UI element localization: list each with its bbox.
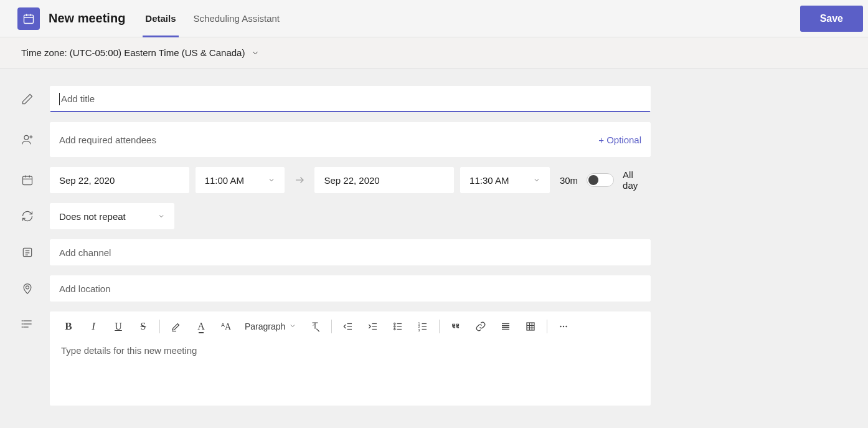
pencil-icon xyxy=(21,93,50,105)
highlight-button[interactable] xyxy=(164,314,189,339)
svg-point-20 xyxy=(22,321,22,321)
location-icon xyxy=(21,282,50,295)
channel-input[interactable]: Add channel xyxy=(50,239,651,265)
row-attendees: Add required attendees + Optional xyxy=(21,117,651,162)
toolbar-separator xyxy=(159,320,160,333)
all-day-toggle[interactable] xyxy=(587,173,614,187)
location-input[interactable]: Add location xyxy=(50,275,651,302)
timezone-prefix: Time zone: xyxy=(21,47,67,58)
svg-text:3: 3 xyxy=(418,328,420,332)
all-day-label: All day xyxy=(623,169,651,191)
toolbar-separator xyxy=(547,320,547,333)
quote-button[interactable] xyxy=(443,314,468,339)
horizontal-rule-button[interactable] xyxy=(493,314,518,339)
row-description: B I U S A ᴬA Paragraph xyxy=(21,307,651,411)
row-title: Add title xyxy=(21,81,651,117)
chevron-down-icon xyxy=(158,211,165,222)
attendees-placeholder: Add required attendees xyxy=(59,135,156,145)
end-date-input[interactable]: Sep 22, 2020 xyxy=(314,167,454,193)
start-time-input[interactable]: 11:00 AM xyxy=(196,167,285,193)
svg-rect-7 xyxy=(23,176,32,184)
font-color-button[interactable]: A xyxy=(189,314,214,339)
end-time-input[interactable]: 11:30 AM xyxy=(460,167,550,193)
duration-label: 30m xyxy=(560,175,578,186)
calendar-app-icon xyxy=(17,7,40,30)
toggle-knob xyxy=(588,175,598,185)
svg-rect-48 xyxy=(527,323,534,330)
font-size-button[interactable]: ᴬA xyxy=(214,314,238,339)
tab-details[interactable]: Details xyxy=(136,0,184,37)
timezone-value: (UTC-05:00) Eastern Time (US & Canada) xyxy=(70,47,245,58)
svg-point-22 xyxy=(22,327,22,328)
numbered-list-button[interactable]: 123 xyxy=(410,314,435,339)
meeting-form: Add title Add required attendees + Optio… xyxy=(0,69,651,411)
link-button[interactable] xyxy=(468,314,493,339)
svg-point-21 xyxy=(22,324,22,325)
chevron-down-icon xyxy=(533,175,540,186)
toolbar-separator xyxy=(439,320,440,333)
text-cursor xyxy=(59,93,60,105)
location-placeholder: Add location xyxy=(59,283,111,294)
svg-rect-0 xyxy=(24,15,34,23)
svg-point-54 xyxy=(563,326,564,327)
paragraph-label: Paragraph xyxy=(245,321,285,331)
arrow-right-icon xyxy=(291,174,308,186)
description-placeholder: Type details for this new meeting xyxy=(61,345,197,356)
chevron-down-icon xyxy=(289,321,296,331)
svg-point-4 xyxy=(24,135,29,140)
page-title: New meeting xyxy=(49,11,125,26)
people-add-icon xyxy=(21,133,50,146)
chevron-down-icon xyxy=(251,49,260,57)
header-tabs: Details Scheduling Assistant xyxy=(136,0,288,37)
description-textarea[interactable]: Type details for this new meeting xyxy=(50,341,651,406)
title-placeholder: Add title xyxy=(61,93,95,104)
svg-line-24 xyxy=(317,329,320,332)
italic-button[interactable]: I xyxy=(81,314,106,339)
svg-point-34 xyxy=(394,328,395,330)
row-location: Add location xyxy=(21,270,651,307)
channel-placeholder: Add channel xyxy=(59,247,111,258)
table-button[interactable] xyxy=(518,314,543,339)
channel-icon xyxy=(21,246,50,259)
outdent-button[interactable] xyxy=(336,314,361,339)
start-date-value: Sep 22, 2020 xyxy=(59,175,115,186)
clear-formatting-button[interactable] xyxy=(303,314,328,339)
bullet-list-button[interactable] xyxy=(385,314,410,339)
end-time-value: 11:30 AM xyxy=(469,175,509,186)
strikethrough-button[interactable]: S xyxy=(131,314,156,339)
repeat-icon xyxy=(21,210,50,222)
row-datetime: Sep 22, 2020 11:00 AM Sep 22, 2020 11:30… xyxy=(21,162,651,198)
svg-point-16 xyxy=(26,286,29,289)
editor-toolbar: B I U S A ᴬA Paragraph xyxy=(50,311,651,341)
paragraph-style-select[interactable]: Paragraph xyxy=(238,314,303,339)
save-button[interactable]: Save xyxy=(800,6,863,32)
optional-attendees-link[interactable]: + Optional xyxy=(598,135,641,145)
more-options-button[interactable] xyxy=(551,314,576,339)
svg-point-53 xyxy=(560,326,562,327)
timezone-selector[interactable]: Time zone: (UTC-05:00) Eastern Time (US … xyxy=(0,37,868,69)
underline-button[interactable]: U xyxy=(106,314,131,339)
start-date-input[interactable]: Sep 22, 2020 xyxy=(50,167,189,193)
svg-line-25 xyxy=(313,324,315,326)
header-bar: New meeting Details Scheduling Assistant… xyxy=(0,0,868,37)
description-editor: B I U S A ᴬA Paragraph xyxy=(50,311,651,406)
repeat-value: Does not repeat xyxy=(59,211,126,222)
chevron-down-icon xyxy=(268,175,275,186)
end-date-value: Sep 22, 2020 xyxy=(324,175,379,186)
repeat-select[interactable]: Does not repeat xyxy=(50,203,174,229)
attendees-input[interactable]: Add required attendees + Optional xyxy=(50,122,651,157)
tab-scheduling-assistant[interactable]: Scheduling Assistant xyxy=(185,0,288,37)
calendar-icon xyxy=(21,174,50,186)
bold-button[interactable]: B xyxy=(56,314,81,339)
row-repeat: Does not repeat xyxy=(21,198,651,234)
indent-button[interactable] xyxy=(361,314,385,339)
row-channel: Add channel xyxy=(21,234,651,270)
start-time-value: 11:00 AM xyxy=(205,175,244,186)
svg-point-33 xyxy=(394,326,395,327)
title-input[interactable]: Add title xyxy=(50,86,651,112)
svg-point-32 xyxy=(394,323,395,324)
toolbar-separator xyxy=(331,320,332,333)
svg-point-55 xyxy=(566,326,567,327)
description-icon xyxy=(21,311,50,330)
